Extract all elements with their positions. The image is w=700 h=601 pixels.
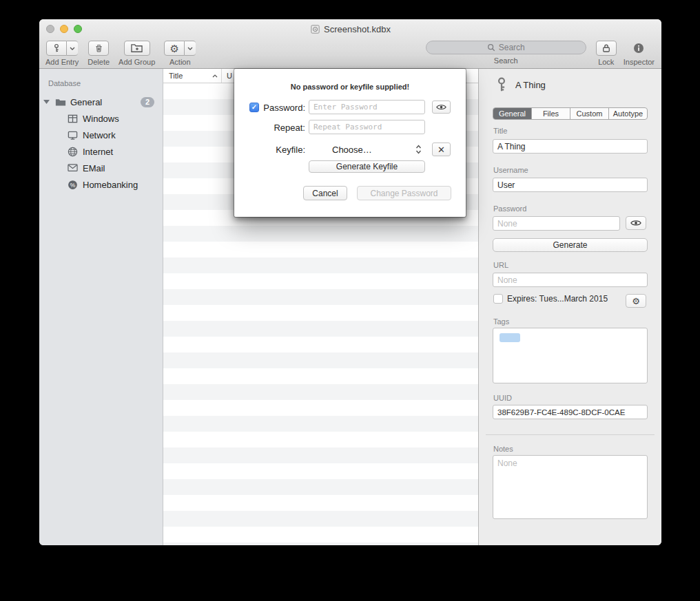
trash-icon [94,44,103,53]
sidebar-item-internet[interactable]: Internet [39,143,163,160]
sidebar-item-label: Internet [83,147,113,157]
add-group-group: Add Group [119,41,155,66]
inspector-label: Inspector [624,58,655,66]
add-group-label: Add Group [119,58,155,66]
window-title-area: Screenshot.kdbx [39,19,661,39]
tab-general[interactable]: General [493,108,532,119]
eye-icon [436,104,446,110]
username-field[interactable] [493,178,648,192]
folder-icon [54,98,66,106]
generate-keyfile-button[interactable]: Generate Keyfile [309,160,425,173]
sidebar-item-network[interactable]: Network [39,127,163,143]
password-input[interactable] [309,100,425,114]
tags-field[interactable] [493,328,648,383]
key-icon [494,77,509,92]
inspector-group: Inspector [624,41,655,66]
keyfile-popup[interactable]: Choose… [332,145,372,155]
sidebar-item-windows[interactable]: Windows [39,110,163,127]
cancel-label: Cancel [312,189,338,198]
reveal-password-button[interactable] [432,101,451,114]
expires-label: Expires: Tues...March 2015 [507,294,608,304]
chevron-down-icon [187,47,193,50]
url-field[interactable] [493,273,648,287]
titlebar[interactable]: Screenshot.kdbx [39,19,661,39]
column-header-title[interactable]: Title [163,69,222,83]
lock-button[interactable] [596,41,617,56]
delete-button[interactable] [88,41,109,56]
add-entry-button[interactable] [46,41,67,56]
network-icon [67,130,79,140]
generate-keyfile-label: Generate Keyfile [336,162,398,171]
action-label: Action [169,58,191,66]
sidebar-item-label: Windows [83,114,119,124]
expires-settings-button[interactable]: ⚙ [626,294,646,308]
chevron-down-icon [70,47,75,50]
app-window: Screenshot.kdbx Add Ent [39,19,661,545]
password-row: ✓ Password: [234,100,466,115]
clear-keyfile-button[interactable]: ✕ [432,143,451,156]
tab-autotype[interactable]: Autotype [609,108,647,119]
action-button[interactable]: ⚙ [164,41,185,56]
tab-files[interactable]: Files [532,108,570,119]
add-entry-dropdown-button[interactable] [67,41,78,56]
sidebar-item-general[interactable]: General 2 [39,94,163,110]
key-plus-icon [52,43,61,53]
folder-plus-icon [131,43,143,52]
sidebar-item-homebanking[interactable]: % Homebanking [39,176,163,193]
gear-icon: ⚙ [632,297,640,306]
action-dropdown-button[interactable] [185,41,196,56]
sidebar-item-label: Network [83,130,116,140]
search-label: Search [494,56,518,65]
tag-chip[interactable] [500,333,520,342]
eye-icon [630,220,641,226]
search-group: Search Search [426,41,586,65]
expires-checkbox[interactable] [493,294,503,304]
gear-icon: ⚙ [170,43,179,54]
inspector-button[interactable] [633,43,644,54]
title-field-label: Title [493,127,507,135]
reveal-password-button[interactable] [626,216,646,230]
window-title: Screenshot.kdbx [324,24,391,34]
sidebar-header: Database [48,79,163,87]
dialog-message: No password or keyfile supplied! [234,83,466,91]
generate-label: Generate [553,240,587,250]
tags-field-label: Tags [493,317,509,326]
tab-custom[interactable]: Custom [570,108,609,119]
disclosure-triangle-icon[interactable] [43,100,50,104]
delete-label: Delete [88,58,110,66]
uuid-field-label: UUID [493,394,512,402]
uuid-field[interactable] [493,405,648,419]
close-icon: ✕ [438,145,445,155]
column-title-label: Title [169,72,183,80]
repeat-input[interactable] [309,120,425,134]
password-field[interactable] [493,216,620,231]
envelope-icon [67,164,79,171]
toolbar: Add Entry Delete [39,39,661,69]
keyfile-row: Keyfile: Choose… ✕ [234,142,466,157]
title-field[interactable] [493,139,648,154]
change-password-dialog: No password or keyfile supplied! ✓ Passw… [234,69,466,217]
password-label: Password: [234,103,305,113]
sidebar-item-email[interactable]: EMail [39,160,163,176]
password-field-label: Password [493,204,526,213]
windows-icon [67,114,79,124]
expires-row: Expires: Tues...March 2015 [493,294,608,304]
notes-divider [486,434,655,435]
change-password-button[interactable]: Change Password [357,186,451,200]
window-chrome: Screenshot.kdbx Add Ent [39,19,661,69]
notes-field[interactable] [493,455,648,519]
cancel-button[interactable]: Cancel [303,186,347,200]
popup-stepper-icon[interactable] [415,145,422,154]
generate-password-button[interactable]: Generate [493,238,648,252]
tab-label: General [499,109,526,118]
add-group-button[interactable] [124,41,150,56]
globe-icon [67,147,79,157]
entry-title: A Thing [515,80,546,90]
column-username-label: U [227,72,232,80]
search-input[interactable]: Search [426,41,586,54]
change-password-label: Change Password [370,189,438,198]
inspector-tabs: General Files Custom Autotype [493,107,648,120]
tab-label: Files [543,109,559,118]
repeat-row: Repeat: [234,120,466,135]
inspector-panel: A Thing General Files Custom Autotype Ti… [479,69,661,545]
